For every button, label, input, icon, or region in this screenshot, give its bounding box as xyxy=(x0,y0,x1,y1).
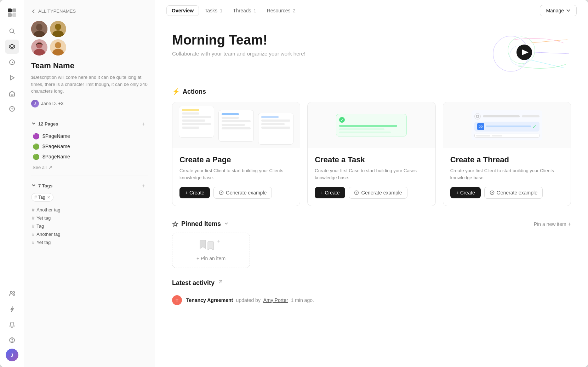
doc-line xyxy=(261,127,290,129)
generate-page-button[interactable]: Generate example xyxy=(213,187,272,199)
search-icon[interactable] xyxy=(5,24,19,38)
pin-box-inner: + Pin an item xyxy=(196,239,226,261)
tab-tasks[interactable]: Tasks 1 xyxy=(200,6,227,16)
sidebar: ALL TYPENAMES xyxy=(24,0,155,367)
hero-subtitle: Collaborate with your team and organize … xyxy=(172,51,306,57)
profile-avatar[interactable]: J xyxy=(6,349,18,361)
tag-label-5: Yet tag xyxy=(36,240,51,245)
page-icon-3: 🟢 xyxy=(33,153,40,160)
thread-card-desc: Create your first Client to start buildi… xyxy=(450,167,564,181)
task-preview-inner: ✓ xyxy=(336,114,407,136)
doc-line xyxy=(182,127,199,129)
pin-new-item-button[interactable]: Pin a new item + xyxy=(534,221,571,227)
pages-add-button[interactable]: + xyxy=(139,120,148,128)
thread-check-icon: ✓ xyxy=(532,124,537,129)
thread-line xyxy=(483,115,520,117)
users-icon[interactable] xyxy=(5,286,19,301)
generate-thread-label: Generate example xyxy=(497,190,537,196)
tag-item-3[interactable]: # Tag xyxy=(31,222,148,230)
manage-button[interactable]: Manage xyxy=(540,5,577,16)
activity-external-link-icon[interactable] xyxy=(217,280,223,286)
hero-visual[interactable] xyxy=(465,33,571,75)
tag-remove-icon[interactable]: × xyxy=(47,194,50,200)
page-item-3[interactable]: 🟢 $PageName xyxy=(31,152,148,162)
pinned-section-label: Pinned Items xyxy=(181,220,221,228)
thread-card-title: Create a Thread xyxy=(450,155,564,164)
see-all-button[interactable]: See all xyxy=(31,163,148,171)
doc-line xyxy=(182,123,211,125)
page-item-2[interactable]: 🟢 $PageName xyxy=(31,141,148,152)
activity-item-name[interactable]: Tenancy Agreement xyxy=(186,297,233,303)
team-avatars xyxy=(31,21,67,56)
tab-tasks-label: Tasks xyxy=(205,8,217,13)
generate-task-label: Generate example xyxy=(361,190,402,196)
activity-title: Latest activity xyxy=(172,279,215,287)
actions-grid: Create a Page Create your first Client t… xyxy=(172,102,571,206)
tag-item-2[interactable]: # Yet tag xyxy=(31,214,148,222)
task-card-body: Create a Task Create your first Case to … xyxy=(308,148,435,206)
pinned-section-header: Pinned Items Pin a new item + xyxy=(172,220,571,228)
svg-rect-9 xyxy=(11,94,13,96)
help-icon[interactable] xyxy=(5,333,19,347)
tab-overview[interactable]: Overview xyxy=(166,5,199,16)
chevron-down-icon[interactable] xyxy=(31,121,36,127)
tag-item-5[interactable]: # Yet tag xyxy=(31,238,148,246)
svg-point-20 xyxy=(55,24,61,30)
task-card-preview: ✓ xyxy=(308,102,435,148)
page-item-1[interactable]: 🟣 $PageName xyxy=(31,131,148,141)
tag-item-4[interactable]: # Another tag xyxy=(31,230,148,238)
tab-threads[interactable]: Threads 1 xyxy=(228,6,261,16)
svg-point-15 xyxy=(12,342,12,342)
active-tag-chip: # Tag × xyxy=(31,193,148,203)
back-button[interactable]: ALL TYPENAMES xyxy=(31,8,148,14)
create-thread-button[interactable]: + Create xyxy=(450,187,481,198)
create-page-button[interactable]: + Create xyxy=(179,187,210,198)
task-line-light2 xyxy=(339,132,391,133)
topbar: Overview Tasks 1 Threads 1 Resources 2 M… xyxy=(155,0,588,21)
pages-section-header: 12 Pages + xyxy=(31,120,148,128)
task-line-light xyxy=(339,128,384,130)
svg-rect-2 xyxy=(8,13,12,17)
home-icon[interactable] xyxy=(5,86,19,100)
generate-thread-button[interactable]: Generate example xyxy=(484,187,543,199)
tab-resources[interactable]: Resources 2 xyxy=(262,6,301,16)
play-icon[interactable] xyxy=(5,71,19,85)
activity-user-link[interactable]: Amy Porter xyxy=(263,297,288,303)
pin-item-box[interactable]: + Pin an item xyxy=(172,233,250,268)
tabs: Overview Tasks 1 Threads 1 Resources 2 xyxy=(166,5,301,16)
tag-item-1[interactable]: # Another tag xyxy=(31,206,148,214)
create-thread-card: bp ✓ Create xyxy=(443,102,571,206)
pin-bookmark-icons xyxy=(199,239,223,252)
svg-point-17 xyxy=(36,24,42,31)
logo-button[interactable] xyxy=(5,6,19,20)
svg-point-26 xyxy=(55,42,61,48)
pinned-chevron-icon[interactable] xyxy=(224,221,229,227)
generate-task-button[interactable]: Generate example xyxy=(349,187,407,199)
layers-icon[interactable] xyxy=(5,40,19,54)
svg-rect-0 xyxy=(8,8,12,12)
tag-chip-active[interactable]: # Tag × xyxy=(31,193,53,202)
activity-icon[interactable] xyxy=(5,55,19,69)
page-name-2: $PageName xyxy=(42,144,70,149)
add-icon[interactable] xyxy=(5,102,19,116)
doc-line xyxy=(222,120,251,122)
lightning-icon[interactable] xyxy=(5,302,19,316)
tags-section-header: 7 Tags + xyxy=(31,182,148,190)
activity-item-desc: updated by Amy Porter 1 min ago. xyxy=(235,297,314,303)
doc-line xyxy=(182,120,205,122)
team-description: $Description will come here and it can b… xyxy=(31,74,148,95)
blueprint-line xyxy=(486,126,531,127)
generate-page-label: Generate example xyxy=(226,190,267,196)
svg-point-13 xyxy=(10,291,12,293)
task-card-actions: + Create Generate example xyxy=(315,187,428,199)
avatar-3 xyxy=(31,39,47,56)
tags-chevron-icon[interactable] xyxy=(31,183,36,189)
doc-preview-2 xyxy=(218,110,254,142)
pin-an-item-button[interactable]: + Pin an item xyxy=(196,256,226,261)
tags-add-button[interactable]: + xyxy=(139,182,148,190)
avatar-1 xyxy=(31,21,47,37)
tag-hash-3: # xyxy=(32,223,34,229)
bell-icon[interactable] xyxy=(5,318,19,332)
create-task-button[interactable]: + Create xyxy=(315,187,345,198)
doc-line xyxy=(261,120,290,122)
